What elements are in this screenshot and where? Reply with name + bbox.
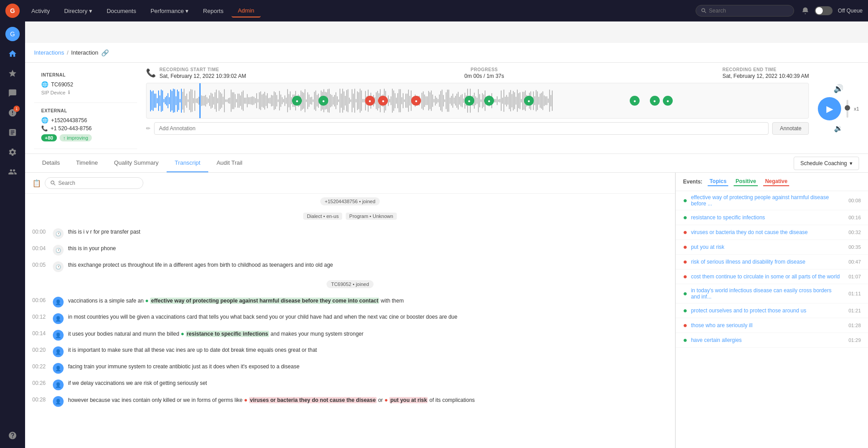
transcript-text: this exchange protect us throughout life…: [68, 261, 668, 269]
timestamp: 00:20: [32, 347, 48, 353]
waveform[interactable]: ● ● ● ● ● ● ● ● ● ● ●: [146, 83, 809, 119]
external-phone2: +1 520-443-8756: [51, 125, 92, 132]
waveform-marker-3[interactable]: ●: [365, 96, 375, 106]
transcript-search[interactable]: [45, 177, 143, 189]
transcript-row: 00:00 🕐 this is i v r for pre transfer p…: [25, 225, 675, 242]
waveform-marker-6[interactable]: ●: [464, 96, 474, 106]
agent-icon: 👤: [53, 380, 64, 390]
events-tab-negative[interactable]: Negative: [763, 177, 789, 186]
sidebar-item-reports[interactable]: [4, 124, 21, 141]
clock-icon: 🕐: [53, 261, 64, 272]
event-row: ● risk of serious illness and disability…: [676, 255, 868, 269]
sidebar-item-users[interactable]: [4, 163, 21, 181]
tab-timeline[interactable]: Timeline: [68, 154, 106, 172]
tab-details[interactable]: Details: [34, 154, 68, 172]
events-tab-topics[interactable]: Topics: [708, 177, 728, 186]
positive-highlight: effective way of protecting people again…: [150, 298, 379, 304]
event-link[interactable]: risk of serious illness and disability f…: [691, 259, 841, 265]
global-search-input[interactable]: [709, 8, 788, 14]
queue-status-label: Off Queue: [838, 8, 863, 14]
waveform-marker-7[interactable]: ●: [484, 96, 494, 106]
info-icon[interactable]: ℹ: [68, 90, 70, 95]
transcript-row: 00:05 🕐 this exchange protect us through…: [25, 258, 675, 275]
sidebar-item-alerts[interactable]: 1: [4, 104, 21, 122]
copy-button[interactable]: 📋: [32, 179, 41, 188]
nav-item-activity[interactable]: Activity: [25, 5, 56, 17]
volume-slider[interactable]: [847, 100, 848, 118]
sidebar-item-home[interactable]: [4, 45, 21, 63]
transcript-text: vaccinations is a simple safe an ● effec…: [68, 296, 668, 305]
breadcrumb-interactions-link[interactable]: Interactions: [34, 49, 64, 56]
nav-item-performance[interactable]: Performance ▾: [144, 5, 195, 17]
waveform-marker-10[interactable]: ●: [650, 96, 660, 106]
external-section: EXTERNAL 🌐 +15204438756 📞 +1 520-443-875…: [34, 103, 137, 149]
event-link[interactable]: viruses or bacteria they do not cause th…: [691, 229, 841, 235]
transcript-search-input[interactable]: [58, 180, 138, 186]
schedule-coaching-button[interactable]: Schedule Coaching ▾: [794, 157, 859, 170]
event-link[interactable]: those who are seriously ill: [691, 322, 841, 329]
nav-item-admin[interactable]: Admin: [232, 4, 261, 17]
event-link[interactable]: in today's world infectious disease can …: [691, 287, 841, 300]
event-link[interactable]: resistance to specific infections: [691, 214, 841, 221]
timestamp: 00:00: [32, 229, 48, 235]
tabs-bar: Details Timeline Quality Summary Transcr…: [25, 154, 868, 173]
volume-up-icon[interactable]: 🔊: [834, 84, 843, 94]
reports-icon: [8, 128, 17, 137]
notification-icon[interactable]: [801, 7, 809, 15]
transcript-row: 00:04 🕐 this is in your phone: [25, 242, 675, 258]
timestamp: 00:04: [32, 245, 48, 252]
waveform-marker-1[interactable]: ●: [292, 96, 302, 106]
event-link[interactable]: effective way of protecting people again…: [691, 194, 841, 207]
tab-quality-summary[interactable]: Quality Summary: [106, 154, 167, 172]
link-icon: 🔗: [101, 49, 109, 56]
tab-transcript[interactable]: Transcript: [167, 154, 208, 172]
event-link[interactable]: have certain allergies: [691, 337, 841, 343]
event-link[interactable]: protect ourselves and to protect those a…: [691, 307, 841, 314]
waveform-marker-8[interactable]: ●: [524, 96, 534, 106]
main-content: Interactions / Interaction 🔗 INTERNAL 🌐 …: [25, 43, 868, 448]
volume-down-icon[interactable]: 🔉: [834, 124, 843, 132]
nav-item-documents[interactable]: Documents: [100, 5, 142, 17]
global-search[interactable]: [696, 5, 794, 17]
event-time: 00:16: [845, 215, 861, 220]
annotation-bar: ✏ Annotate: [146, 122, 809, 135]
negative-sentiment-icon: ●: [244, 397, 248, 403]
search-icon: [701, 8, 706, 13]
agent-icon: 👤: [53, 396, 64, 407]
sidebar-item-chat[interactable]: [4, 84, 21, 102]
positive-event-icon: ●: [683, 196, 688, 205]
agent-icon: 👤: [53, 346, 64, 357]
clock-icon: 🕐: [53, 245, 64, 256]
globe-icon: 🌐: [41, 81, 48, 88]
positive-event-icon: ●: [683, 290, 688, 298]
event-time: 01:07: [845, 274, 861, 279]
negative-highlight: viruses or bacteria they do not cause th…: [249, 397, 377, 403]
sidebar-item-star[interactable]: [4, 64, 21, 82]
waveform-marker-4[interactable]: ●: [378, 96, 388, 106]
sidebar-item-settings[interactable]: [4, 143, 21, 161]
nav-item-reports[interactable]: Reports: [197, 5, 230, 17]
event-link[interactable]: put you at risk: [691, 244, 841, 250]
waveform-marker-2[interactable]: ●: [318, 96, 328, 106]
event-row: ● resistance to specific infections 00:1…: [676, 210, 868, 225]
nav-item-directory[interactable]: Directory ▾: [58, 5, 99, 17]
transcript-row: 00:22 👤 facing train your immune system …: [25, 360, 675, 376]
event-row: ● viruses or bacteria they do not cause …: [676, 225, 868, 240]
waveform-marker-9[interactable]: ●: [630, 96, 640, 106]
events-tab-positive[interactable]: Positive: [734, 177, 758, 186]
play-button[interactable]: ▶: [818, 97, 841, 120]
positive-highlight: resistance to specific infections: [186, 331, 269, 337]
chevron-down-icon: ▾: [185, 8, 189, 14]
queue-toggle[interactable]: [815, 6, 833, 15]
waveform-marker-11[interactable]: ●: [663, 96, 673, 106]
event-time: 01:21: [845, 308, 861, 313]
event-row: ● have certain allergies 01:29: [676, 333, 868, 348]
tab-audit-trail[interactable]: Audit Trail: [208, 154, 250, 172]
event-link[interactable]: cost them continue to circulate in some …: [691, 273, 841, 280]
waveform-marker-5[interactable]: ●: [411, 96, 421, 106]
annotation-input[interactable]: [154, 122, 769, 135]
annotate-button[interactable]: Annotate: [772, 122, 809, 135]
sidebar-avatar[interactable]: G: [4, 25, 21, 43]
event-time: 00:35: [845, 244, 861, 250]
sidebar-help[interactable]: [4, 427, 21, 444]
